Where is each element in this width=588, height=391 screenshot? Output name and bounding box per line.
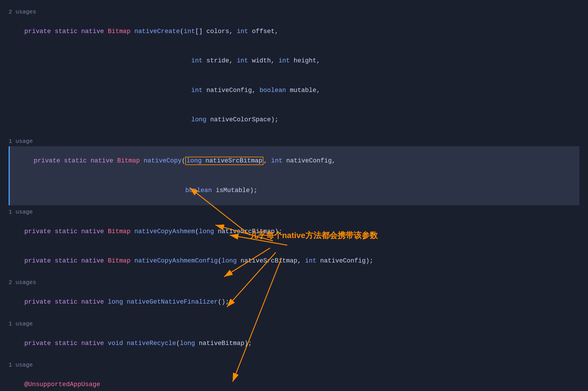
box-highlight-param: long nativeSrcBitmap bbox=[185, 157, 263, 165]
kw-int: int bbox=[191, 87, 203, 94]
type-bitmap: Bitmap bbox=[108, 28, 130, 35]
keyword-static: static bbox=[55, 298, 77, 306]
method-nativegetnativefinalizer: nativeGetNativeFinalizer bbox=[127, 298, 218, 306]
kw-int: int bbox=[305, 257, 317, 264]
kw-boolean: boolean bbox=[185, 187, 212, 194]
keyword-private: private bbox=[24, 228, 51, 235]
usage-label-6: 1 usage bbox=[9, 361, 579, 369]
kw-int: int bbox=[237, 57, 248, 64]
keyword-static: static bbox=[55, 340, 77, 347]
type-bitmap: Bitmap bbox=[108, 228, 130, 235]
method-nativerecycle: nativeRecycle bbox=[127, 340, 176, 347]
code-line-5: private static native Bitmap nativeCopy(… bbox=[9, 146, 579, 176]
keyword-static: static bbox=[55, 257, 77, 264]
method-nativecopyashmemconfig: nativeCopyAshmemConfig bbox=[134, 257, 218, 264]
usage-label-5: 1 usage bbox=[9, 319, 579, 328]
keyword-private: private bbox=[24, 298, 51, 306]
kw-long: long bbox=[191, 116, 207, 123]
kw-int: int bbox=[191, 57, 203, 64]
kw-long: long bbox=[221, 257, 237, 264]
kw-long: long bbox=[108, 298, 123, 306]
usage-label-1: 2 usages bbox=[9, 7, 579, 16]
keyword-native: native bbox=[90, 157, 113, 164]
code-line-1: private static native Bitmap nativeCreat… bbox=[9, 17, 579, 46]
code-line-7: private static native Bitmap nativeCopyA… bbox=[9, 217, 579, 246]
left-bar bbox=[9, 146, 10, 205]
usage-label-4: 2 usages bbox=[9, 278, 579, 287]
code-line-2: int stride, int width, int height, bbox=[9, 46, 579, 76]
code-line-11: @UnsupportedAppUsage bbox=[9, 370, 579, 391]
kw-int: int bbox=[271, 157, 283, 164]
usage-label-2: 1 usage bbox=[9, 137, 579, 146]
kw-int: int bbox=[278, 57, 290, 64]
keyword-static: static bbox=[55, 28, 77, 35]
code-line-10: private static native void nativeRecycle… bbox=[9, 329, 579, 358]
code-area: 2 usages private static native Bitmap na… bbox=[0, 0, 588, 391]
keyword-native: native bbox=[81, 340, 104, 347]
keyword-private: private bbox=[24, 257, 51, 264]
kw-long: long bbox=[186, 157, 202, 164]
keyword-private: private bbox=[34, 157, 60, 164]
method-nativecopyashmem: nativeCopyAshmem bbox=[134, 228, 195, 235]
method-nativecreate: nativeCreate bbox=[134, 28, 180, 35]
highlighted-block: private static native Bitmap nativeCopy(… bbox=[9, 146, 579, 205]
keyword-native: native bbox=[81, 257, 104, 264]
kw-int: int bbox=[184, 28, 195, 35]
kw-boolean: boolean bbox=[259, 87, 286, 94]
keyword-private: private bbox=[24, 28, 51, 35]
annotation-unsupported: @UnsupportedAppUsage bbox=[24, 381, 100, 388]
kw-void: void bbox=[108, 340, 123, 347]
kw-long: long bbox=[180, 340, 195, 347]
keyword-static: static bbox=[64, 157, 87, 164]
usage-label-3: 1 usage bbox=[9, 208, 579, 216]
keyword-private: private bbox=[24, 340, 51, 347]
type-bitmap: Bitmap bbox=[108, 257, 130, 264]
kw-int: int bbox=[237, 28, 248, 35]
code-line-3: int nativeConfig, boolean mutable, bbox=[9, 76, 579, 105]
keyword-native: native bbox=[81, 28, 104, 35]
keyword-native: native bbox=[81, 298, 104, 306]
type-bitmap: Bitmap bbox=[117, 157, 140, 164]
code-line-4: long nativeColorSpace); bbox=[9, 105, 579, 135]
code-line-9: private static native long nativeGetNati… bbox=[9, 288, 579, 317]
method-nativecopy: nativeCopy bbox=[144, 157, 182, 164]
code-line-6: boolean isMutable); bbox=[9, 176, 579, 205]
keyword-native: native bbox=[81, 228, 104, 235]
keyword-static: static bbox=[55, 228, 77, 235]
code-line-8: private static native Bitmap nativeCopyA… bbox=[9, 246, 579, 276]
kw-long: long bbox=[199, 228, 214, 235]
